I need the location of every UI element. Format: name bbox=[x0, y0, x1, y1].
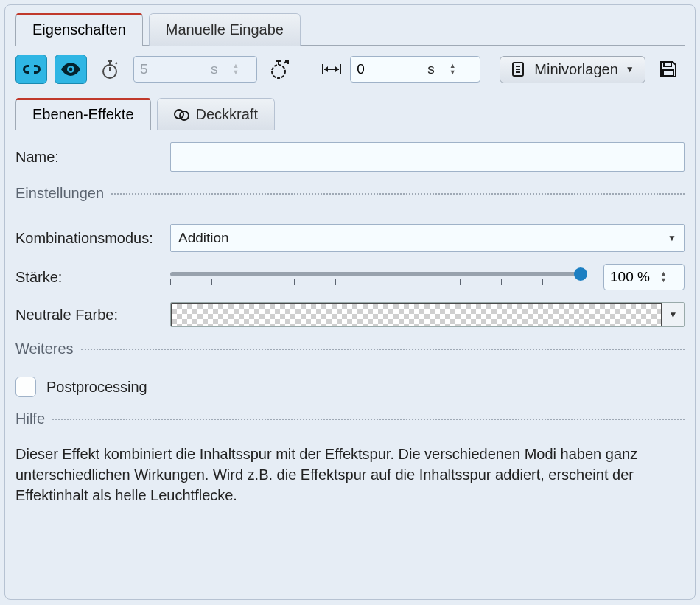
svg-rect-17 bbox=[663, 70, 673, 76]
reset-time-icon bbox=[269, 59, 291, 80]
save-button[interactable] bbox=[653, 55, 685, 84]
slider-track bbox=[170, 272, 584, 276]
combination-mode-select[interactable]: Addition ▼ bbox=[170, 224, 685, 252]
combination-mode-value: Addition bbox=[178, 230, 229, 246]
divider bbox=[81, 349, 685, 350]
stopwatch-button[interactable] bbox=[94, 55, 126, 84]
postprocessing-checkbox[interactable]: Postprocessing bbox=[15, 377, 147, 397]
sub-tab-row: Ebenen-Effekte Deckkraft bbox=[15, 97, 685, 130]
reset-time-button[interactable] bbox=[265, 55, 296, 84]
tab-layer-effects[interactable]: Ebenen-Effekte bbox=[15, 98, 151, 130]
more-header-label: Weiteres bbox=[15, 340, 74, 357]
width-arrows-icon bbox=[321, 63, 342, 76]
chevron-down-icon: ▼ bbox=[669, 310, 678, 320]
chevron-down-icon: ▼ bbox=[626, 64, 634, 74]
offset-spinner[interactable]: s ▲▼ bbox=[350, 56, 480, 83]
top-tab-row: Eigenschaften Manuelle Eingabe bbox=[15, 13, 685, 46]
svg-point-6 bbox=[272, 65, 285, 78]
divider bbox=[111, 193, 685, 195]
strength-label: Stärke: bbox=[15, 269, 170, 286]
name-input[interactable] bbox=[170, 142, 685, 172]
divider bbox=[52, 419, 685, 420]
tab-manual-input-label: Manuelle Eingabe bbox=[166, 21, 284, 38]
color-dropdown-button[interactable]: ▼ bbox=[662, 303, 684, 326]
neutral-color-label: Neutrale Farbe: bbox=[15, 307, 170, 324]
strength-spinner[interactable]: ▲▼ bbox=[603, 264, 685, 290]
duration-unit: s bbox=[208, 61, 228, 77]
width-icon-button[interactable] bbox=[321, 55, 343, 84]
eye-icon bbox=[60, 63, 81, 76]
combination-mode-label: Kombinationsmodus: bbox=[15, 230, 170, 247]
settings-header-label: Einstellungen bbox=[15, 185, 104, 202]
row-combination-mode: Kombinationsmodus: Addition ▼ bbox=[15, 224, 685, 252]
help-section-header: Hilfe bbox=[15, 410, 685, 427]
duration-spinner[interactable]: s ▲▼ bbox=[133, 56, 256, 83]
row-neutral-color: Neutrale Farbe: ▼ bbox=[15, 302, 685, 327]
offset-unit: s bbox=[424, 61, 445, 77]
settings-section-header: Einstellungen bbox=[15, 185, 685, 202]
strength-slider[interactable] bbox=[170, 266, 584, 288]
tab-manual-input[interactable]: Manuelle Eingabe bbox=[149, 13, 301, 46]
checkbox-box[interactable] bbox=[15, 377, 36, 397]
stopwatch-icon bbox=[100, 59, 119, 80]
svg-rect-16 bbox=[664, 62, 671, 66]
template-icon bbox=[511, 61, 527, 77]
chevron-down-icon: ▼ bbox=[668, 233, 676, 243]
row-strength: Stärke: ▲▼ bbox=[15, 264, 685, 290]
tab-opacity[interactable]: Deckkraft bbox=[157, 98, 275, 130]
svg-rect-7 bbox=[276, 60, 281, 62]
properties-panel: Eigenschaften Manuelle Eingabe s ▲▼ bbox=[4, 4, 696, 600]
more-section-header: Weiteres bbox=[15, 340, 685, 357]
opacity-icon bbox=[174, 108, 190, 122]
tab-layer-effects-label: Ebenen-Effekte bbox=[32, 106, 134, 123]
offset-input[interactable] bbox=[351, 58, 424, 80]
presets-label: Minivorlagen bbox=[534, 61, 617, 78]
help-text: Dieser Effekt kombiniert die Inhaltsspur… bbox=[15, 444, 685, 506]
tab-properties[interactable]: Eigenschaften bbox=[15, 13, 143, 46]
color-swatch[interactable] bbox=[171, 303, 662, 326]
link-icon bbox=[22, 63, 41, 75]
svg-rect-2 bbox=[108, 60, 112, 62]
strength-input[interactable] bbox=[604, 266, 656, 288]
link-toggle-button[interactable] bbox=[15, 55, 47, 84]
tab-opacity-label: Deckkraft bbox=[196, 106, 258, 123]
effect-form: Name: Einstellungen Kombinationsmodus: A… bbox=[15, 142, 685, 506]
tab-properties-label: Eigenschaften bbox=[32, 21, 126, 38]
duration-stepper[interactable]: ▲▼ bbox=[228, 63, 244, 76]
strength-stepper[interactable]: ▲▼ bbox=[656, 270, 671, 284]
svg-line-5 bbox=[116, 63, 117, 64]
visibility-toggle-button[interactable] bbox=[55, 55, 86, 84]
toolbar: s ▲▼ s ▲▼ Minivorlagen ▼ bbox=[15, 55, 685, 84]
slider-ticks bbox=[170, 279, 584, 285]
postprocessing-label: Postprocessing bbox=[46, 379, 147, 396]
offset-stepper[interactable]: ▲▼ bbox=[445, 63, 461, 76]
neutral-color-picker[interactable]: ▼ bbox=[170, 302, 685, 327]
row-postprocessing: Postprocessing bbox=[15, 377, 685, 397]
row-name: Name: bbox=[15, 142, 685, 172]
help-header-label: Hilfe bbox=[15, 410, 45, 427]
name-label: Name: bbox=[15, 149, 170, 166]
duration-input[interactable] bbox=[134, 58, 208, 80]
svg-point-0 bbox=[69, 68, 73, 71]
save-icon bbox=[659, 60, 678, 79]
presets-button[interactable]: Minivorlagen ▼ bbox=[500, 56, 645, 83]
